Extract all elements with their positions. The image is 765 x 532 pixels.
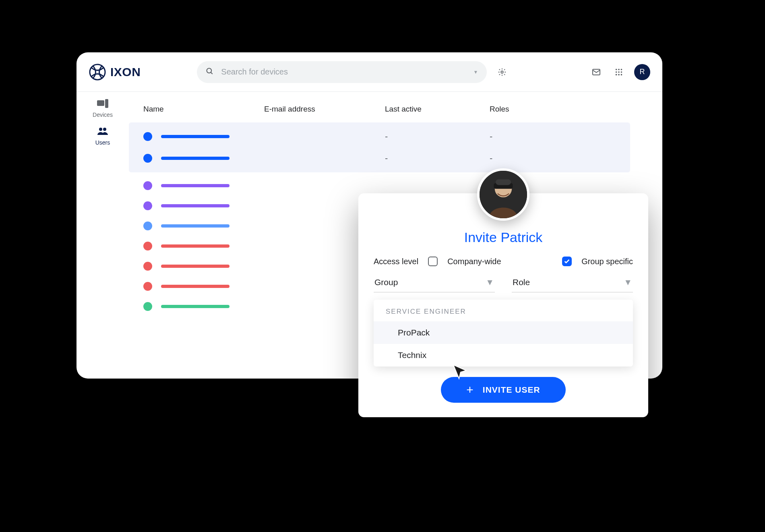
last-active-cell: - xyxy=(385,131,490,142)
sidebar-item-label: Users xyxy=(95,139,110,146)
user-status-dot xyxy=(143,221,152,230)
svg-rect-21 xyxy=(496,179,511,185)
invite-title: Invite Patrick xyxy=(374,230,633,245)
topbar: IXON ▼ R xyxy=(76,52,662,92)
group-specific-checkbox[interactable] xyxy=(562,257,572,266)
group-specific-label: Group specific xyxy=(581,257,633,266)
table-row[interactable] xyxy=(129,176,630,196)
svg-point-5 xyxy=(616,68,617,70)
svg-point-16 xyxy=(99,128,102,131)
table-row[interactable]: -- xyxy=(129,147,630,169)
user-status-dot xyxy=(143,242,152,250)
group-select[interactable]: Group ▼ xyxy=(374,273,495,292)
svg-point-13 xyxy=(621,74,622,75)
dropdown-item[interactable]: ProPack xyxy=(374,321,633,344)
svg-rect-15 xyxy=(105,99,108,108)
dropdown-section-header: SERVICE ENGINEER xyxy=(374,300,633,321)
name-placeholder xyxy=(161,224,229,228)
sidebar: Devices Users xyxy=(76,92,129,379)
group-select-label: Group xyxy=(374,277,398,287)
svg-point-1 xyxy=(207,68,212,73)
company-wide-label: Company-wide xyxy=(447,257,501,266)
access-level-row: Access level Company-wide Group specific xyxy=(374,257,633,266)
col-roles[interactable]: Roles xyxy=(490,105,570,114)
table-row[interactable]: -- xyxy=(129,126,630,147)
sidebar-item-users[interactable]: Users xyxy=(95,127,110,146)
table-header: Name E-mail address Last active Roles xyxy=(129,99,630,122)
svg-point-0 xyxy=(90,64,105,80)
svg-point-10 xyxy=(621,71,622,73)
search-icon xyxy=(206,67,214,77)
roles-cell: - xyxy=(490,131,570,142)
user-status-dot xyxy=(143,201,152,210)
invite-user-modal: Invite Patrick Access level Company-wide… xyxy=(358,193,648,417)
col-email[interactable]: E-mail address xyxy=(264,105,385,114)
devices-icon xyxy=(97,99,108,109)
col-name[interactable]: Name xyxy=(143,105,264,114)
access-level-label: Access level xyxy=(374,257,418,266)
svg-line-2 xyxy=(211,72,213,74)
search-input[interactable] xyxy=(221,67,466,77)
group-dropdown: SERVICE ENGINEER ProPackTechnix xyxy=(374,300,633,366)
apps-icon[interactable] xyxy=(612,65,626,79)
svg-point-6 xyxy=(618,68,620,70)
svg-point-7 xyxy=(621,68,622,70)
avatar[interactable]: R xyxy=(634,64,650,80)
svg-point-11 xyxy=(616,74,617,75)
name-placeholder xyxy=(161,184,229,187)
users-icon xyxy=(97,127,108,137)
role-select[interactable]: Role ▼ xyxy=(512,273,633,292)
svg-point-9 xyxy=(618,71,620,73)
name-placeholder xyxy=(161,135,229,138)
name-placeholder xyxy=(161,204,229,207)
user-status-dot xyxy=(143,262,152,271)
name-placeholder xyxy=(161,285,229,288)
logo-icon xyxy=(89,63,106,81)
plus-icon: + xyxy=(466,384,474,396)
svg-rect-14 xyxy=(97,100,104,106)
svg-point-12 xyxy=(618,74,620,75)
user-status-dot xyxy=(143,181,152,190)
svg-point-3 xyxy=(501,71,504,73)
sidebar-item-devices[interactable]: Devices xyxy=(93,99,113,118)
roles-cell: - xyxy=(490,153,570,164)
svg-point-17 xyxy=(103,128,106,131)
invite-user-button[interactable]: + INVITE USER xyxy=(441,377,566,403)
gear-icon[interactable] xyxy=(495,65,509,79)
sidebar-item-label: Devices xyxy=(93,112,113,118)
user-status-dot xyxy=(143,132,152,141)
chevron-down-icon: ▼ xyxy=(624,277,632,287)
last-active-cell: - xyxy=(385,153,490,164)
name-placeholder xyxy=(161,265,229,268)
name-placeholder xyxy=(161,157,229,160)
mail-icon[interactable] xyxy=(589,65,604,79)
logo-text: IXON xyxy=(110,65,141,79)
chevron-down-icon: ▼ xyxy=(486,277,494,287)
user-status-dot xyxy=(143,282,152,291)
col-last[interactable]: Last active xyxy=(385,105,490,114)
user-status-dot xyxy=(143,154,152,163)
dropdown-item[interactable]: Technix xyxy=(374,344,633,366)
chevron-down-icon[interactable]: ▼ xyxy=(473,69,478,75)
name-placeholder xyxy=(161,305,229,308)
name-placeholder xyxy=(161,244,229,248)
search-box[interactable]: ▼ xyxy=(197,61,487,83)
invite-button-label: INVITE USER xyxy=(483,385,540,395)
role-select-label: Role xyxy=(513,277,530,287)
user-avatar-photo xyxy=(477,168,529,221)
logo[interactable]: IXON xyxy=(89,63,141,81)
svg-point-8 xyxy=(616,71,617,73)
user-status-dot xyxy=(143,302,152,311)
company-wide-checkbox[interactable] xyxy=(428,257,438,266)
